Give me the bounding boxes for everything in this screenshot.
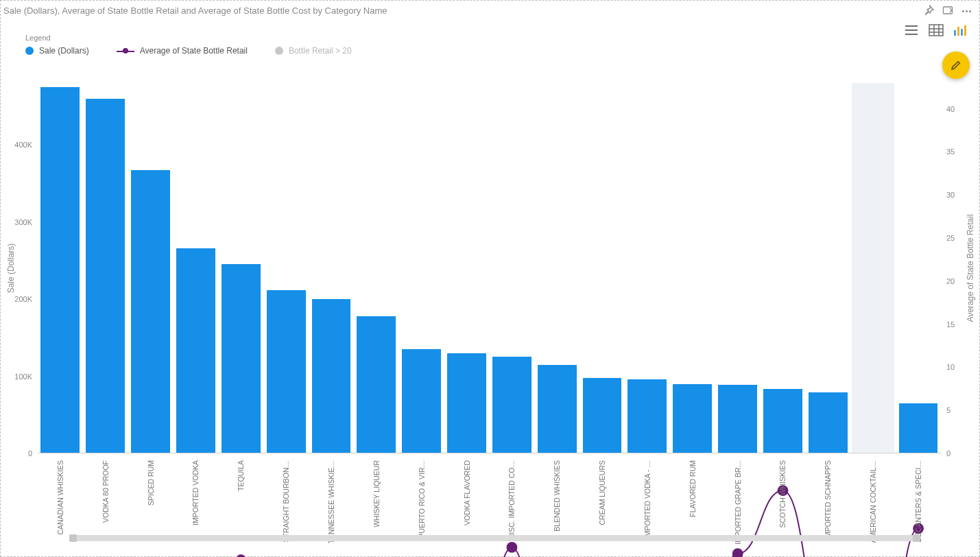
x-baseline [38,453,941,453]
svg-rect-4 [961,29,963,36]
edit-pencil-button[interactable] [942,51,970,79]
title-actions [923,5,972,16]
y-tick: 200K [5,295,32,303]
scrollbar-thumb[interactable] [69,535,920,541]
legend-label: Average of State Bottle Retail [140,46,248,56]
legend-label: Sale (Dollars) [39,46,89,56]
y2-tick: 30 [946,191,974,199]
legend-item-cost[interactable]: Bottle Retail > 20 [275,46,352,56]
legend: Legend Sale (Dollars) Average of State B… [25,34,352,56]
y-axis-right-label: Average of State Bottle Retail [966,214,975,322]
y-axis-left-label: Sale (Dollars) [6,244,16,294]
line-marker-icon [117,47,134,55]
y2-tick: 5 [946,406,974,414]
svg-rect-5 [964,25,966,36]
y-tick: 0 [5,449,32,458]
y-tick: 300K [5,218,32,226]
chart-view-icon[interactable] [952,23,970,38]
grid-view-icon[interactable] [927,23,945,38]
y-tick: 100K [5,372,32,381]
horizontal-scrollbar[interactable] [69,535,920,541]
svg-rect-2 [954,30,956,36]
legend-label: Bottle Retail > 20 [289,46,352,56]
list-view-icon[interactable] [903,23,920,38]
focus-mode-icon[interactable] [942,5,953,16]
visual-container: Sale (Dollars), Average of State Bottle … [0,0,980,557]
legend-title: Legend [25,34,352,42]
plot[interactable] [38,83,941,453]
y2-tick: 40 [946,105,974,113]
line-point[interactable] [732,548,743,557]
pin-icon[interactable] [923,5,934,16]
dot-icon [275,47,283,55]
svg-rect-0 [944,7,953,14]
line-point[interactable] [235,554,246,557]
dot-icon [25,47,34,55]
y2-tick: 35 [946,147,974,156]
chart-title: Sale (Dollars), Average of State Bottle … [3,5,923,16]
plot-area: 0100K200K300K400K 0510152025303540 Sale … [38,83,941,453]
titlebar: Sale (Dollars), Average of State Bottle … [1,1,979,20]
more-options-icon[interactable] [961,5,972,16]
svg-rect-1 [929,25,943,36]
y2-tick: 10 [946,363,974,371]
view-switcher [903,23,970,38]
legend-item-sale[interactable]: Sale (Dollars) [25,46,89,56]
y2-tick: 0 [946,449,974,458]
svg-rect-3 [957,27,959,36]
legend-item-retail[interactable]: Average of State Bottle Retail [117,46,248,56]
y-tick: 400K [5,141,32,149]
